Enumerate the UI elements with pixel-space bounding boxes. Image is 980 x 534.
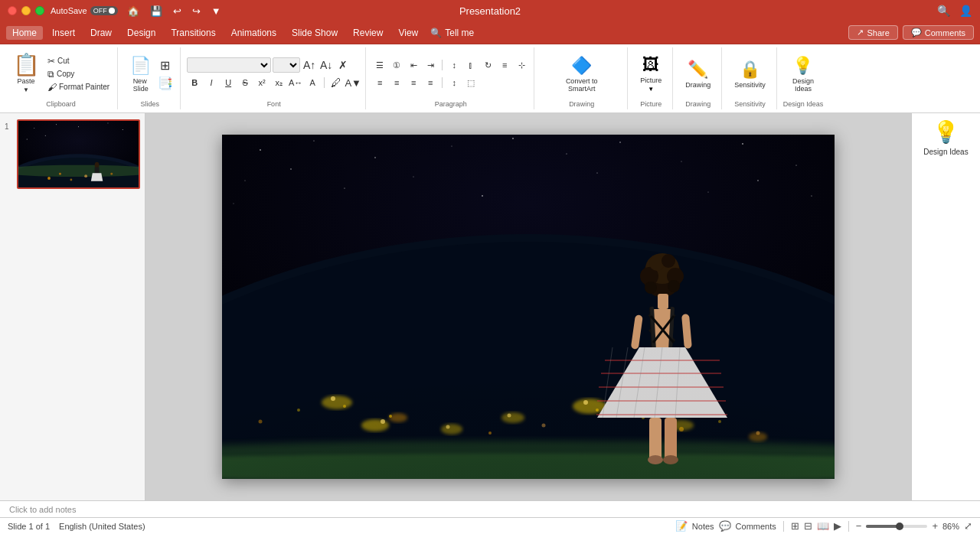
presenter-view-icon[interactable]: ▶ — [834, 520, 841, 532]
underline-btn[interactable]: U — [220, 75, 236, 90]
align-center-btn[interactable]: ≡ — [389, 75, 404, 90]
copy-button[interactable]: ⧉ Copy — [44, 68, 113, 80]
text-spacing-btn[interactable]: A↔ — [288, 75, 303, 90]
svg-point-37 — [757, 180, 758, 181]
numbering-btn[interactable]: ① — [389, 57, 404, 73]
increase-indent-btn[interactable]: ⇥ — [423, 57, 438, 73]
notes-status-label[interactable]: Notes — [692, 522, 714, 531]
align-left-btn[interactable]: ≡ — [372, 75, 387, 90]
clear-format-btn[interactable]: ✗ — [335, 57, 351, 73]
char-color-btn[interactable]: A▼ — [345, 75, 361, 90]
bold-btn[interactable]: B — [187, 75, 202, 90]
superscript-btn[interactable]: x² — [254, 75, 270, 90]
menu-slideshow[interactable]: Slide Show — [286, 26, 344, 40]
traffic-lights — [8, 6, 44, 15]
undo-icon[interactable]: ↩ — [173, 5, 181, 17]
design-ideas-icon: 💡 — [792, 56, 813, 76]
layout-btn[interactable]: ⊞ — [158, 57, 173, 73]
menu-insert[interactable]: Insert — [46, 26, 81, 40]
menu-home[interactable]: Home — [6, 26, 43, 40]
cut-button[interactable]: ✂ Cut — [44, 55, 113, 67]
new-slide-button[interactable]: 📄 NewSlide — [127, 55, 155, 93]
smartart-convert-btn[interactable]: ⊹ — [514, 57, 529, 73]
minimize-button[interactable] — [21, 6, 31, 15]
decrease-font-btn[interactable]: A↓ — [318, 57, 334, 73]
picture-button[interactable]: 🖼 Picture ▼ — [634, 49, 668, 99]
format-painter-icon: 🖌 — [47, 82, 57, 93]
notes-bar[interactable]: Click to add notes — [0, 500, 980, 517]
text-direction-btn[interactable]: ↕ — [446, 75, 462, 90]
cut-icon: ✂ — [47, 56, 55, 67]
columns-btn[interactable]: ⫿ — [463, 57, 479, 73]
clipboard-label: Clipboard — [46, 100, 76, 109]
statusbar: Slide 1 of 1 English (United States) 📝 N… — [0, 517, 980, 534]
line-spacing-btn[interactable]: ↕ — [446, 57, 462, 73]
drawing-tool-button[interactable]: ✏️ Drawing — [679, 49, 717, 99]
design-ideas-button[interactable]: 💡 DesignIdeas — [786, 49, 820, 99]
decrease-indent-btn[interactable]: ⇤ — [406, 57, 421, 73]
user-icon[interactable]: 👤 — [959, 5, 972, 17]
tell-me[interactable]: 🔍 Tell me — [430, 28, 474, 38]
menubar-right: ↗ Share 💬 Comments — [848, 25, 974, 40]
slide-number: 1 — [5, 119, 14, 131]
save-icon[interactable]: 💾 — [150, 5, 162, 17]
menu-view[interactable]: View — [392, 26, 424, 40]
align-justify-btn[interactable]: ≡ — [423, 75, 438, 90]
slide-canvas[interactable] — [222, 135, 835, 479]
picture-content: 🖼 Picture ▼ — [634, 47, 668, 100]
section-btn[interactable]: 📑 — [158, 75, 173, 90]
home-icon[interactable]: 🏠 — [127, 5, 139, 17]
normal-view-icon[interactable]: ⊞ — [791, 520, 799, 532]
menu-design[interactable]: Design — [121, 26, 162, 40]
menu-transitions[interactable]: Transitions — [165, 26, 221, 40]
text-shadow-btn[interactable]: ⬚ — [463, 75, 479, 90]
reading-view-icon[interactable]: 📖 — [817, 520, 829, 532]
svg-point-10 — [95, 162, 100, 168]
slide-thumbnail[interactable] — [17, 119, 140, 189]
highlight-btn[interactable]: 🖊 — [328, 75, 344, 90]
zoom-minus-icon[interactable]: − — [856, 520, 862, 532]
menu-animations[interactable]: Animations — [225, 26, 283, 40]
notes-status-icon[interactable]: 📝 — [675, 520, 688, 532]
zoom-plus-icon[interactable]: + — [932, 520, 938, 532]
maximize-button[interactable] — [35, 6, 44, 15]
strikethrough-btn[interactable]: S — [237, 75, 253, 90]
close-button[interactable] — [8, 6, 17, 15]
more-icon[interactable]: ▼ — [211, 5, 221, 17]
sep2 — [442, 60, 443, 70]
align-right-btn[interactable]: ≡ — [406, 75, 421, 90]
subscript-btn[interactable]: x₂ — [271, 75, 286, 90]
svg-point-13 — [34, 128, 34, 129]
paste-button[interactable]: 📋 Paste ▼ — [9, 51, 43, 97]
fit-screen-icon[interactable]: ⤢ — [964, 520, 972, 532]
design-ideas-sidebar-panel[interactable]: 💡 Design Ideas — [923, 119, 968, 157]
sensitivity-button[interactable]: 🔒 Sensitivity — [728, 49, 772, 99]
smartart-icon: 🔷 — [571, 56, 592, 76]
comments-status-icon[interactable]: 💬 — [719, 520, 731, 532]
italic-btn[interactable]: I — [204, 75, 219, 90]
font-size-select[interactable] — [273, 57, 300, 73]
autosave-toggle[interactable]: OFF — [90, 6, 118, 15]
increase-font-btn[interactable]: A↑ — [302, 57, 317, 73]
menu-review[interactable]: Review — [347, 26, 389, 40]
redo-icon[interactable]: ↪ — [192, 5, 201, 17]
direction-btn[interactable]: ↻ — [480, 57, 495, 73]
comments-status-label[interactable]: Comments — [736, 522, 776, 531]
share-button[interactable]: ↗ Share — [848, 25, 897, 40]
comments-button[interactable]: 💬 Comments — [903, 25, 974, 40]
sensitivity-group: 🔒 Sensitivity Sensitivity — [724, 47, 777, 109]
bullet-btn[interactable]: ☰ — [372, 57, 387, 73]
zoom-slider[interactable] — [866, 525, 927, 528]
slide-sorter-icon[interactable]: ⊟ — [804, 520, 812, 532]
convert-smartart-button[interactable]: 🔷 Convert toSmartArt — [560, 49, 604, 99]
menu-draw[interactable]: Draw — [84, 26, 118, 40]
autosave-label: AutoSave — [51, 6, 87, 15]
sensitivity-label: Sensitivity — [734, 81, 766, 89]
align-text-btn[interactable]: ≡ — [497, 57, 512, 73]
font-family-select[interactable] — [187, 57, 271, 73]
font-color-btn[interactable]: A — [305, 75, 320, 90]
zoom-level[interactable]: 86% — [942, 522, 959, 531]
search-icon[interactable]: 🔍 — [937, 5, 950, 17]
svg-point-35 — [413, 177, 414, 177]
format-painter-button[interactable]: 🖌 Format Painter — [44, 81, 113, 93]
